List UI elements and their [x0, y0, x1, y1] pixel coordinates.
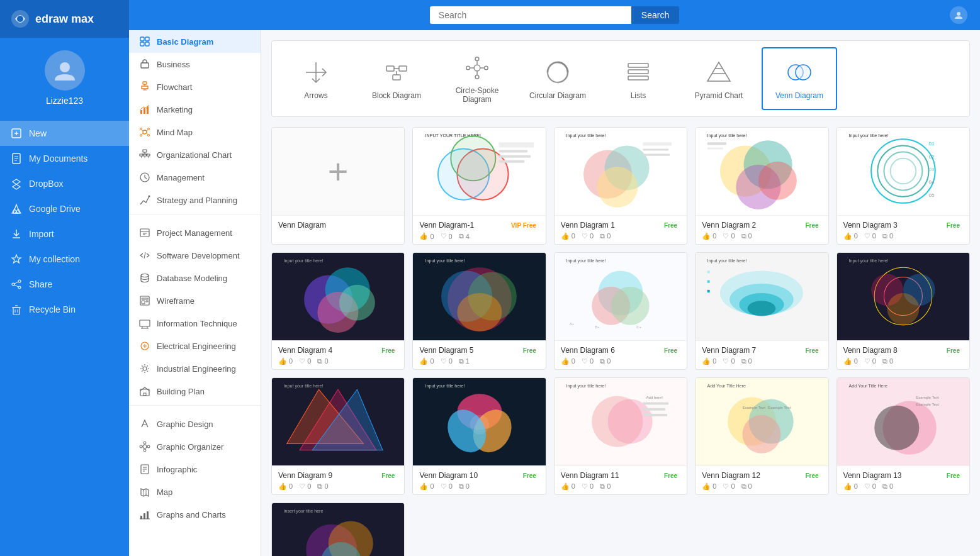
user-profile[interactable]: Lizzie123: [0, 38, 129, 116]
svg-rect-59: [140, 320, 150, 326]
category-graphs-and-charts[interactable]: Graphs and Charts: [129, 503, 261, 526]
template-name-vd5: Venn Diagram 5: [419, 346, 473, 355]
category-map[interactable]: Map: [129, 481, 261, 503]
template-name-vd8: Venn Diagram 8: [843, 346, 898, 355]
sidebar-item-recycle-bin[interactable]: Recycle Bin: [0, 297, 129, 322]
template-info-vd1: Venn Diagram-1 VIP Free 👍 0 ♡ 0 ⧉ 4: [413, 216, 545, 244]
svg-point-115: [451, 136, 495, 181]
topbar-user-icon[interactable]: [950, 6, 967, 24]
template-card-vd2[interactable]: Input your title here! Venn Diagram 2: [695, 127, 828, 245]
template-card-vd13[interactable]: Add Your Title Here Example Text Example…: [836, 377, 970, 495]
category-strategy-and-planning[interactable]: Strategy and Planning: [129, 189, 261, 211]
app-logo: edraw max: [0, 0, 129, 38]
template-info-vd13: Venn Diagram 13 Free 👍 0 ♡ 0 ⧉ 0: [837, 466, 969, 494]
svg-point-12: [18, 286, 21, 289]
category-information-technique[interactable]: Information Technique: [129, 312, 261, 335]
svg-rect-190: [643, 414, 668, 416]
template-card-extra[interactable]: Insert your title here Insert your title…: [271, 503, 405, 556]
svg-rect-132: [707, 143, 726, 145]
type-icon-venn[interactable]: Venn Diagram: [762, 47, 837, 110]
template-badge-vd10: Free: [520, 472, 539, 480]
svg-point-67: [143, 445, 147, 448]
template-badge-vd5: Free: [520, 347, 539, 355]
sidebar-item-google-drive[interactable]: Google Drive: [0, 196, 129, 221]
category-project-management[interactable]: Project Management: [129, 221, 261, 244]
category-project-management-label: Project Management: [157, 228, 232, 238]
type-icon-block-diagram[interactable]: Block Diagram: [359, 47, 434, 110]
template-card-new[interactable]: + Venn Diagram: [271, 127, 405, 245]
category-basic-diagram[interactable]: Basic Diagram: [129, 30, 261, 53]
category-electrical-engineering[interactable]: Electrical Engineering: [129, 335, 261, 357]
type-icon-arrows[interactable]: Arrows: [278, 47, 354, 110]
svg-rect-41: [140, 154, 143, 156]
svg-rect-101: [628, 64, 648, 67]
category-graphic-design-label: Graphic Design: [157, 420, 213, 429]
sidebar-item-my-collection[interactable]: My collection: [0, 247, 129, 272]
template-card-vd7[interactable]: Input your title here! Venn Diagr: [695, 252, 828, 370]
sidebar-item-share[interactable]: Share: [0, 272, 129, 297]
main-area: Search Basic Diagram: [129, 0, 980, 556]
template-card-vd4[interactable]: Input your title here! Venn Diagram 4 Fr…: [271, 252, 405, 370]
template-card-vd6[interactable]: Input your title here! A+ B+ C+ Venn Dia…: [554, 252, 687, 370]
template-card-vd1b[interactable]: Input your title here! Venn Diagram 1: [554, 127, 687, 245]
svg-text:05: 05: [928, 192, 935, 198]
category-graphic-organizer[interactable]: Graphic Organizer: [129, 435, 261, 458]
svg-point-54: [141, 274, 149, 277]
template-thumb-vd1: INPUT YOUR TITLE HERE!: [413, 128, 545, 216]
type-icon-lists[interactable]: Lists: [600, 47, 676, 110]
svg-text:Input your title here!: Input your title here!: [425, 259, 465, 264]
svg-point-95: [485, 66, 488, 70]
category-organizational-chart[interactable]: Organizational Chart: [129, 143, 261, 166]
svg-point-138: [890, 158, 916, 184]
svg-text:Add here!: Add here!: [646, 396, 663, 400]
template-card-vd1[interactable]: INPUT YOUR TITLE HERE!: [412, 127, 546, 245]
template-card-vd5[interactable]: Input your title here! Venn Diagram 5 Fr…: [412, 252, 546, 370]
category-software-development[interactable]: Software Development: [129, 244, 261, 267]
category-wireframe[interactable]: Wireframe: [129, 289, 261, 312]
svg-rect-102: [628, 70, 648, 74]
category-marketing-label: Marketing: [157, 105, 193, 114]
template-info-vd1b: Venn Diagram 1 Free 👍 0 ♡ 0 ⧉ 0: [555, 216, 687, 244]
category-management[interactable]: Management: [129, 166, 261, 189]
type-icon-circle-spoke-label: Circle-Spoke Diagram: [446, 86, 509, 104]
svg-text:Example Text: Example Text: [769, 405, 792, 409]
svg-point-31: [148, 128, 150, 130]
category-business[interactable]: Business: [129, 53, 261, 75]
template-card-vd10[interactable]: Input your title here! Venn Diagram 10 F…: [412, 377, 546, 495]
svg-rect-189: [643, 408, 666, 411]
svg-point-194: [743, 415, 781, 453]
category-building-plan[interactable]: Building Plan: [129, 380, 261, 403]
type-icon-pyramid[interactable]: Pyramid Chart: [681, 47, 757, 110]
svg-text:B+: B+: [595, 325, 600, 329]
template-card-vd12[interactable]: Add Your Title Here Example Text Example…: [695, 377, 828, 495]
topbar: Search: [129, 0, 980, 30]
sidebar-item-import[interactable]: Import: [0, 221, 129, 247]
svg-rect-88: [393, 75, 400, 80]
category-graphic-design[interactable]: Graphic Design: [129, 413, 261, 435]
category-graphic-organizer-label: Graphic Organizer: [157, 442, 223, 452]
svg-rect-117: [498, 150, 527, 153]
type-icon-circle-spoke[interactable]: Circle-Spoke Diagram: [439, 47, 515, 110]
category-flowchart[interactable]: Flowchart: [129, 75, 261, 98]
sidebar-item-my-documents[interactable]: My Documents: [0, 146, 129, 171]
category-graphs-and-charts-label: Graphs and Charts: [157, 510, 226, 520]
search-input[interactable]: [430, 6, 631, 24]
sidebar-item-new[interactable]: New: [0, 121, 129, 146]
category-industrial-engineering-label: Industrial Engineering: [157, 364, 236, 374]
svg-rect-126: [643, 154, 670, 156]
category-marketing[interactable]: Marketing: [129, 98, 261, 121]
template-card-vd9[interactable]: Input your title here! Venn Diagram 9 Fr…: [271, 377, 405, 495]
category-infographic[interactable]: Infographic: [129, 458, 261, 481]
category-database-modeling[interactable]: Database Modeling: [129, 267, 261, 289]
template-card-vd8[interactable]: Input your title here! Venn Diagram 8 Fr…: [836, 252, 970, 370]
svg-point-199: [874, 406, 919, 450]
sidebar-item-dropbox[interactable]: DropBox: [0, 171, 129, 196]
template-card-vd11[interactable]: Input your title here! Add here! Venn Di…: [554, 377, 687, 495]
category-mind-map[interactable]: Mind Map: [129, 121, 261, 143]
category-industrial-engineering[interactable]: Industrial Engineering: [129, 357, 261, 380]
template-card-vd3[interactable]: Input your title here! 01 02 03 04 05: [836, 127, 970, 245]
svg-rect-188: [643, 403, 669, 405]
template-thumb-vd11: Input your title here! Add here!: [555, 378, 687, 466]
type-icon-circular[interactable]: Circular Diagram: [520, 47, 595, 110]
search-button[interactable]: Search: [631, 6, 679, 24]
